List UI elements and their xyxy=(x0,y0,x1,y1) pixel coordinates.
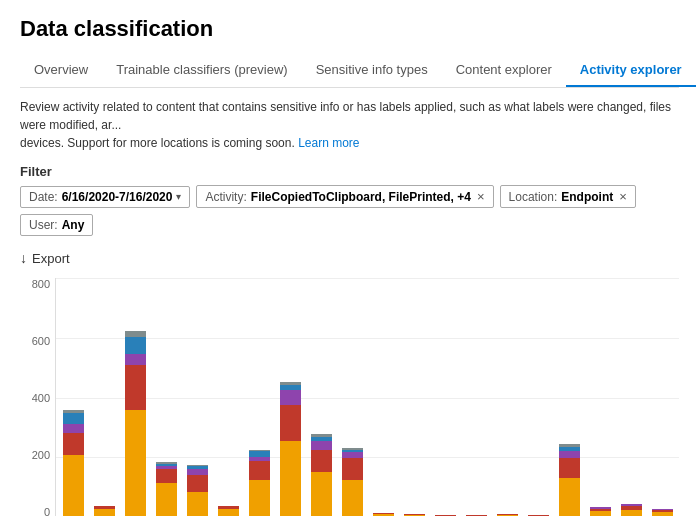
bar-segment xyxy=(249,461,270,481)
bar-stack xyxy=(311,434,332,516)
user-chip-value: Any xyxy=(62,218,85,232)
tab-activity[interactable]: Activity explorer xyxy=(566,54,696,87)
export-icon: ↓ xyxy=(20,250,27,266)
chart-yaxis: 800 600 400 200 0 xyxy=(20,278,55,516)
bar-segment xyxy=(559,451,580,458)
bar-stack xyxy=(652,509,673,516)
bar-group xyxy=(523,283,553,516)
bar-segment xyxy=(125,337,146,354)
bar-group xyxy=(585,283,615,516)
chart-area: 800 600 400 200 0 06/1506/1706/1906/2106… xyxy=(20,278,679,516)
bar-segment xyxy=(342,480,363,516)
bar-group xyxy=(213,283,243,516)
tab-trainable[interactable]: Trainable classifiers (preview) xyxy=(102,54,301,87)
activity-chip-value: FileCopiedToClipboard, FilePrinted, +4 xyxy=(251,190,471,204)
bar-stack xyxy=(280,382,301,516)
tab-sensitive[interactable]: Sensitive info types xyxy=(302,54,442,87)
bar-group xyxy=(461,283,491,516)
bar-segment xyxy=(63,424,84,432)
location-chip-key: Location: xyxy=(509,190,558,204)
tab-overview[interactable]: Overview xyxy=(20,54,102,87)
bar-stack xyxy=(94,506,115,516)
bar-segment xyxy=(156,469,177,483)
bar-segment xyxy=(311,441,332,449)
bar-group xyxy=(368,283,398,516)
date-chip-arrow-icon: ▾ xyxy=(176,191,181,202)
bar-segment xyxy=(156,483,177,516)
bar-group xyxy=(120,283,150,516)
learn-more-link[interactable]: Learn more xyxy=(298,136,359,150)
bar-group xyxy=(58,283,88,516)
bar-segment xyxy=(218,509,239,516)
bar-group xyxy=(89,283,119,516)
bar-segment xyxy=(652,512,673,516)
bar-segment xyxy=(559,478,580,516)
bar-group xyxy=(430,283,460,516)
user-chip-key: User: xyxy=(29,218,58,232)
date-filter-chip[interactable]: Date: 6/16/2020-7/16/2020 ▾ xyxy=(20,186,190,208)
bar-segment xyxy=(249,480,270,516)
tab-content[interactable]: Content explorer xyxy=(442,54,566,87)
bar-segment xyxy=(280,405,301,442)
bar-stack xyxy=(156,462,177,516)
bar-stack xyxy=(63,410,84,516)
bar-segment xyxy=(94,509,115,516)
bar-group xyxy=(616,283,646,516)
bar-stack xyxy=(621,504,642,516)
bar-stack xyxy=(590,507,611,516)
bars-container xyxy=(56,278,679,516)
bar-segment xyxy=(187,492,208,516)
bar-segment xyxy=(621,510,642,516)
bar-segment xyxy=(125,410,146,516)
bar-segment xyxy=(187,475,208,492)
bar-segment xyxy=(311,450,332,473)
date-chip-key: Date: xyxy=(29,190,58,204)
bar-segment xyxy=(280,441,301,516)
export-label: Export xyxy=(32,251,70,266)
bar-group xyxy=(182,283,212,516)
bar-stack xyxy=(218,506,239,516)
chart-body xyxy=(55,278,679,516)
activity-chip-close-icon[interactable]: × xyxy=(477,189,485,204)
bar-segment xyxy=(280,390,301,404)
bar-stack xyxy=(187,465,208,516)
bar-segment xyxy=(311,472,332,516)
user-filter-chip[interactable]: User: Any xyxy=(20,214,93,236)
bar-group xyxy=(647,283,677,516)
tab-bar: Overview Trainable classifiers (preview)… xyxy=(20,54,679,88)
bar-group xyxy=(151,283,181,516)
bar-segment xyxy=(559,458,580,478)
bar-segment xyxy=(125,354,146,365)
bar-segment xyxy=(125,365,146,410)
bar-group xyxy=(399,283,429,516)
page-title: Data classification xyxy=(20,16,679,42)
bar-segment xyxy=(63,433,84,456)
bar-segment xyxy=(590,511,611,516)
bar-group xyxy=(554,283,584,516)
bar-group xyxy=(337,283,367,516)
date-chip-value: 6/16/2020-7/16/2020 xyxy=(62,190,173,204)
export-button[interactable]: ↓ Export xyxy=(20,246,70,270)
bar-segment xyxy=(342,458,363,481)
filter-label: Filter xyxy=(20,164,679,179)
bar-segment xyxy=(63,413,84,424)
gridline-800 xyxy=(56,278,679,279)
location-chip-close-icon[interactable]: × xyxy=(619,189,627,204)
bar-stack xyxy=(559,444,580,516)
location-filter-chip[interactable]: Location: Endpoint × xyxy=(500,185,636,208)
bar-stack xyxy=(249,450,270,517)
filter-chips: Date: 6/16/2020-7/16/2020 ▾ Activity: Fi… xyxy=(20,185,679,236)
activity-chip-key: Activity: xyxy=(205,190,246,204)
bar-stack xyxy=(342,448,363,516)
bar-group xyxy=(306,283,336,516)
activity-filter-chip[interactable]: Activity: FileCopiedToClipboard, FilePri… xyxy=(196,185,493,208)
bar-group xyxy=(244,283,274,516)
bar-group xyxy=(275,283,305,516)
page-description: Review activity related to content that … xyxy=(20,98,679,152)
bar-group xyxy=(492,283,522,516)
location-chip-value: Endpoint xyxy=(561,190,613,204)
bar-segment xyxy=(63,455,84,516)
bar-stack xyxy=(125,331,146,516)
